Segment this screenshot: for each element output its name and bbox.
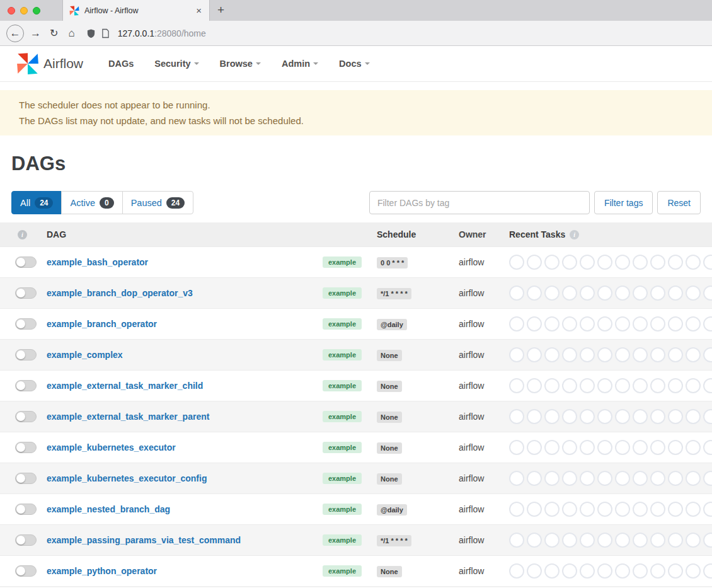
nav-security[interactable]: Security <box>154 59 198 69</box>
nav-docs[interactable]: Docs <box>339 59 369 69</box>
task-status-circle[interactable] <box>544 440 560 455</box>
task-status-circle[interactable] <box>580 285 595 301</box>
task-status-circle[interactable] <box>562 409 577 424</box>
task-status-circle[interactable] <box>703 316 712 331</box>
task-status-circle[interactable] <box>562 285 577 301</box>
task-status-circle[interactable] <box>633 255 648 270</box>
task-status-circle[interactable] <box>562 502 577 517</box>
task-status-circle[interactable] <box>509 533 524 548</box>
dag-link[interactable]: example_passing_params_via_test_command <box>47 535 241 545</box>
task-status-circle[interactable] <box>633 471 648 486</box>
task-status-circle[interactable] <box>650 347 665 362</box>
task-status-circle[interactable] <box>527 316 542 331</box>
browser-tab[interactable]: Airflow - Airflow × <box>62 0 210 21</box>
task-status-circle[interactable] <box>686 347 701 362</box>
info-icon[interactable]: i <box>570 230 579 239</box>
task-status-circle[interactable] <box>703 563 712 579</box>
airflow-brand[interactable]: Airflow <box>16 52 83 75</box>
task-status-circle[interactable] <box>597 347 612 362</box>
task-status-circle[interactable] <box>509 440 524 455</box>
task-status-circle[interactable] <box>580 533 595 548</box>
task-status-circle[interactable] <box>597 502 612 517</box>
dag-link[interactable]: example_branch_operator <box>47 319 157 329</box>
dag-tag-badge[interactable]: example <box>323 534 362 546</box>
task-status-circle[interactable] <box>597 255 612 270</box>
task-status-circle[interactable] <box>633 502 648 517</box>
pause-toggle[interactable] <box>15 318 37 330</box>
task-status-circle[interactable] <box>633 316 648 331</box>
task-status-circle[interactable] <box>562 378 577 393</box>
task-status-circle[interactable] <box>509 347 524 362</box>
dag-link[interactable]: example_external_task_marker_child <box>47 381 203 391</box>
task-status-circle[interactable] <box>668 347 683 362</box>
dag-tag-badge[interactable]: example <box>323 349 362 360</box>
dag-link[interactable]: example_python_operator <box>47 566 157 576</box>
dag-link[interactable]: example_branch_dop_operator_v3 <box>47 288 193 298</box>
task-status-circle[interactable] <box>580 378 595 393</box>
task-status-circle[interactable] <box>527 255 542 270</box>
task-status-circle[interactable] <box>527 378 542 393</box>
task-status-circle[interactable] <box>668 378 683 393</box>
task-status-circle[interactable] <box>580 409 595 424</box>
task-status-circle[interactable] <box>544 471 560 486</box>
task-status-circle[interactable] <box>544 563 560 579</box>
tab-paused[interactable]: Paused 24 <box>122 191 194 214</box>
task-status-circle[interactable] <box>509 378 524 393</box>
task-status-circle[interactable] <box>615 440 630 455</box>
task-status-circle[interactable] <box>686 471 701 486</box>
task-status-circle[interactable] <box>668 440 683 455</box>
task-status-circle[interactable] <box>686 409 701 424</box>
close-icon[interactable]: × <box>195 6 203 15</box>
task-status-circle[interactable] <box>668 471 683 486</box>
task-status-circle[interactable] <box>703 533 712 548</box>
tab-all[interactable]: All 24 <box>11 191 62 214</box>
task-status-circle[interactable] <box>544 285 560 301</box>
task-status-circle[interactable] <box>562 563 577 579</box>
dag-link[interactable]: example_external_task_marker_parent <box>47 412 209 422</box>
task-status-circle[interactable] <box>527 533 542 548</box>
task-status-circle[interactable] <box>668 409 683 424</box>
new-tab-button[interactable]: + <box>217 4 224 16</box>
task-status-circle[interactable] <box>544 502 560 517</box>
info-icon[interactable]: i <box>18 230 27 239</box>
pause-toggle[interactable] <box>15 411 37 422</box>
page-info-icon[interactable] <box>101 28 110 38</box>
task-status-circle[interactable] <box>562 316 577 331</box>
task-status-circle[interactable] <box>597 316 612 331</box>
task-status-circle[interactable] <box>562 440 577 455</box>
task-status-circle[interactable] <box>544 409 560 424</box>
task-status-circle[interactable] <box>580 563 595 579</box>
task-status-circle[interactable] <box>509 316 524 331</box>
pause-toggle[interactable] <box>15 565 37 577</box>
dag-tag-badge[interactable]: example <box>323 473 362 484</box>
dag-tag-badge[interactable]: example <box>323 504 362 515</box>
task-status-circle[interactable] <box>527 409 542 424</box>
task-status-circle[interactable] <box>509 409 524 424</box>
task-status-circle[interactable] <box>686 255 701 270</box>
filter-tags-button[interactable]: Filter tags <box>594 191 653 214</box>
dag-link[interactable]: example_nested_branch_dag <box>47 504 170 514</box>
back-icon[interactable]: ← <box>6 25 24 42</box>
task-status-circle[interactable] <box>527 347 542 362</box>
task-status-circle[interactable] <box>668 285 683 301</box>
dag-tag-badge[interactable]: example <box>323 287 362 299</box>
task-status-circle[interactable] <box>527 563 542 579</box>
reset-button[interactable]: Reset <box>657 191 701 214</box>
task-status-circle[interactable] <box>703 471 712 486</box>
dag-tag-badge[interactable]: example <box>323 257 362 268</box>
task-status-circle[interactable] <box>686 316 701 331</box>
task-status-circle[interactable] <box>703 347 712 362</box>
task-status-circle[interactable] <box>633 347 648 362</box>
task-status-circle[interactable] <box>633 285 648 301</box>
task-status-circle[interactable] <box>509 563 524 579</box>
task-status-circle[interactable] <box>615 316 630 331</box>
nav-dags[interactable]: DAGs <box>108 59 134 69</box>
task-status-circle[interactable] <box>580 502 595 517</box>
task-status-circle[interactable] <box>544 533 560 548</box>
task-status-circle[interactable] <box>527 471 542 486</box>
task-status-circle[interactable] <box>650 316 665 331</box>
task-status-circle[interactable] <box>580 316 595 331</box>
dag-link[interactable]: example_kubernetes_executor <box>47 442 176 453</box>
dag-link[interactable]: example_kubernetes_executor_config <box>47 473 207 483</box>
dag-tag-badge[interactable]: example <box>323 442 362 453</box>
